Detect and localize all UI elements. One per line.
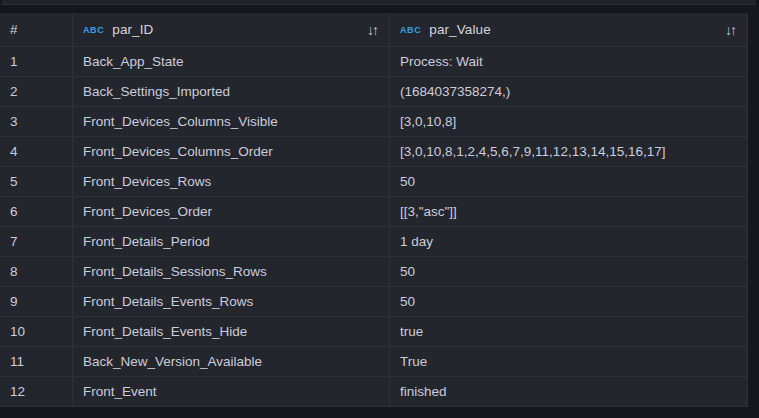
- par-value-cell: True: [390, 347, 748, 376]
- row-number-cell: 7: [0, 227, 73, 256]
- sort-toggle-icon[interactable]: ↓↑: [367, 22, 379, 38]
- par-value-cell: (1684037358274,): [390, 77, 748, 106]
- par-value-cell: [[3,"asc"]]: [390, 197, 748, 226]
- par-id-cell: Front_Details_Period: [73, 227, 390, 256]
- column-header-par-id[interactable]: ABC par_ID ↓↑: [73, 13, 390, 46]
- par-value-header-label: par_Value: [429, 22, 490, 37]
- par-id-cell: Back_New_Version_Available: [73, 347, 390, 376]
- table-row: 3 Front_Devices_Columns_Visible [3,0,10,…: [0, 107, 748, 137]
- row-number-cell: 1: [0, 47, 73, 76]
- row-number-cell: 5: [0, 167, 73, 196]
- par-id-cell: Front_Details_Sessions_Rows: [73, 257, 390, 286]
- row-number-cell: 2: [0, 77, 73, 106]
- par-value-cell: 1 day: [390, 227, 748, 256]
- par-id-cell: Front_Devices_Columns_Order: [73, 137, 390, 166]
- table-row: 2 Back_Settings_Imported (1684037358274,…: [0, 77, 748, 107]
- row-number-cell: 12: [0, 377, 73, 406]
- sort-toggle-icon[interactable]: ↓↑: [725, 22, 737, 38]
- row-number-cell: 8: [0, 257, 73, 286]
- par-id-cell: Back_Settings_Imported: [73, 77, 390, 106]
- par-value-cell: 50: [390, 167, 748, 196]
- par-id-cell: Front_Event: [73, 377, 390, 406]
- row-number-cell: 10: [0, 317, 73, 346]
- column-header-par-value[interactable]: ABC par_Value ↓↑: [390, 13, 748, 46]
- table-row: 11 Back_New_Version_Available True: [0, 347, 748, 377]
- par-value-cell: 50: [390, 287, 748, 316]
- table-row: 8 Front_Details_Sessions_Rows 50: [0, 257, 748, 287]
- table-row: 9 Front_Details_Events_Rows 50: [0, 287, 748, 317]
- par-value-cell: [3,0,10,8]: [390, 107, 748, 136]
- table-header-row: # ABC par_ID ↓↑ ABC par_Value ↓↑: [0, 13, 748, 47]
- row-number-cell: 6: [0, 197, 73, 226]
- row-number-cell: 11: [0, 347, 73, 376]
- par-value-cell: 50: [390, 257, 748, 286]
- par-value-cell: [3,0,10,8,1,2,4,5,6,7,9,11,12,13,14,15,1…: [390, 137, 748, 166]
- table-row: 7 Front_Details_Period 1 day: [0, 227, 748, 257]
- par-id-cell: Front_Devices_Order: [73, 197, 390, 226]
- row-number-cell: 9: [0, 287, 73, 316]
- string-type-icon: ABC: [83, 25, 104, 35]
- table-row: 1 Back_App_State Process: Wait: [0, 47, 748, 77]
- par-id-cell: Front_Details_Events_Hide: [73, 317, 390, 346]
- table-row: 10 Front_Details_Events_Hide true: [0, 317, 748, 347]
- grafana-table-panel: # ABC par_ID ↓↑ ABC par_Value ↓↑ 1 Back_…: [0, 0, 759, 418]
- par-id-cell: Back_App_State: [73, 47, 390, 76]
- string-type-icon: ABC: [400, 25, 421, 35]
- par-value-cell: true: [390, 317, 748, 346]
- parameters-table: # ABC par_ID ↓↑ ABC par_Value ↓↑ 1 Back_…: [0, 13, 748, 407]
- par-value-cell: Process: Wait: [390, 47, 748, 76]
- par-value-cell: finished: [390, 377, 748, 406]
- row-number-cell: 3: [0, 107, 73, 136]
- par-id-cell: Front_Details_Events_Rows: [73, 287, 390, 316]
- table-row: 4 Front_Devices_Columns_Order [3,0,10,8,…: [0, 137, 748, 167]
- par-id-header-label: par_ID: [112, 22, 153, 37]
- table-row: 12 Front_Event finished: [0, 377, 748, 407]
- par-id-cell: Front_Devices_Columns_Visible: [73, 107, 390, 136]
- par-id-cell: Front_Devices_Rows: [73, 167, 390, 196]
- row-number-cell: 4: [0, 137, 73, 166]
- panel-top-edge: [2, 0, 756, 5]
- column-header-row-number: #: [0, 13, 73, 46]
- table-row: 5 Front_Devices_Rows 50: [0, 167, 748, 197]
- row-number-header-label: #: [10, 22, 18, 37]
- table-row: 6 Front_Devices_Order [[3,"asc"]]: [0, 197, 748, 227]
